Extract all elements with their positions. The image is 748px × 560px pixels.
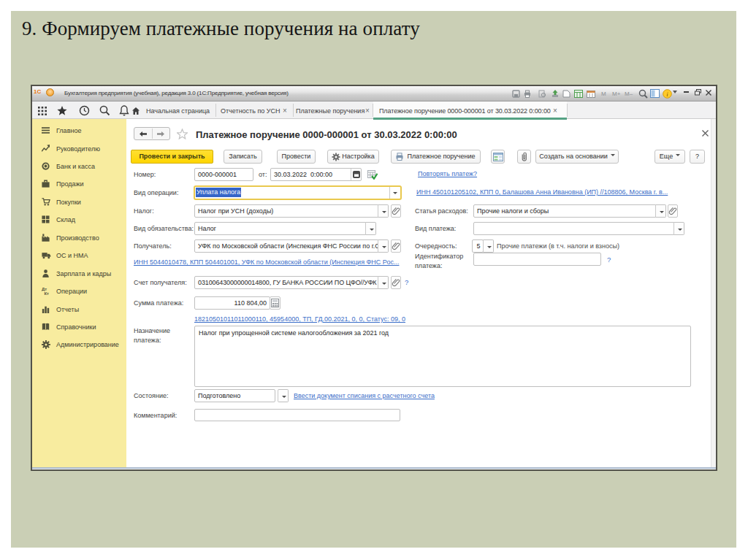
svg-text:Кт: Кт [44, 291, 49, 295]
